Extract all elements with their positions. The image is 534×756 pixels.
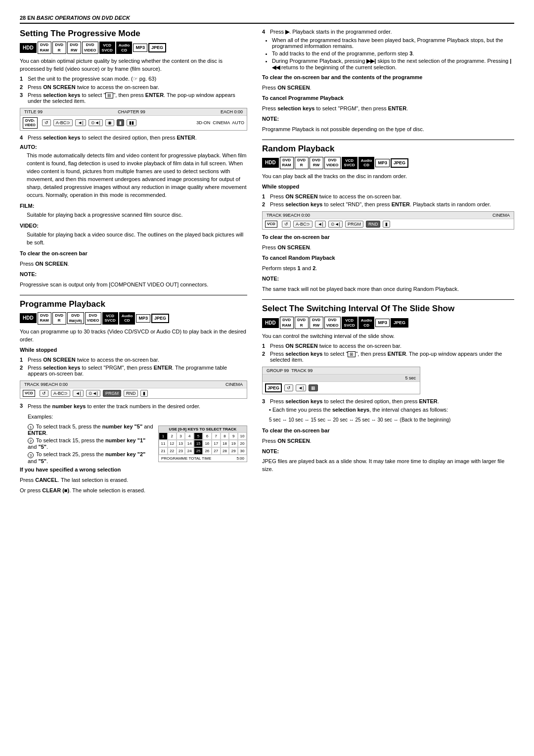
- badge-dvd-video: DVDVIDEO: [82, 42, 98, 54]
- pp-right-step-4: 4 Press ▶. Playback starts in the progra…: [262, 29, 514, 35]
- while-stopped-rnd: While stopped: [262, 183, 514, 191]
- badge-vcd-rnd: VCDSVCD: [342, 157, 357, 169]
- badge-mp3: MP3: [133, 44, 147, 52]
- clear-bar-label: To clear the on-screen bar: [20, 250, 247, 258]
- note-ss-label: NOTE:: [262, 448, 514, 456]
- badge-dvd-r: DVDR: [52, 42, 66, 54]
- programme-badges: HDD DVDRAM DVDR DVDRW(VR) DVDVIDEO VCDSV…: [20, 312, 247, 325]
- page-header: 28 EN BASIC OPERATIONS ON DVD DECK: [20, 15, 514, 24]
- video-text: Suitable for playing back a video source…: [27, 231, 247, 247]
- press-on-screen-rnd: Press ON SCREEN.: [262, 244, 514, 252]
- programme-playback-title: Programme Playback: [20, 299, 247, 309]
- osd-vcd-rnd-label: VCD: [265, 221, 277, 228]
- cancel-rnd-text: Perform steps 1 and 2.: [262, 265, 514, 273]
- note-pp-label: NOTE:: [262, 115, 514, 123]
- ss-interval: 5 sec ↔ 10 sec ↔ 15 sec ↔ 20 sec ↔ 25 se…: [269, 417, 514, 424]
- badge-jpeg-ss: JPEG: [391, 318, 408, 328]
- badge-dvd-rw-ss: DVDRW: [310, 317, 323, 329]
- ss-bullet: • Each time you press the selection keys…: [269, 406, 514, 414]
- press-on-screen: Press ON SCREEN.: [20, 260, 247, 268]
- badge-hdd-pp: HDD: [20, 313, 37, 323]
- jpeg-device-label: JPEG: [265, 383, 282, 392]
- video-label: VIDEO:: [20, 222, 247, 230]
- cancel-pp-text: Press selection keys to select "PRGM", t…: [262, 105, 514, 113]
- badge-dvd-r-pp: DVDR: [52, 312, 66, 325]
- note-rnd-label: NOTE:: [262, 275, 514, 283]
- programme-osd: TRACK 99 EACH 0:00 CINEMA VCD ↺ A-BC⊃ ◄|…: [20, 380, 247, 399]
- note-rnd-text: The same track will not be played back m…: [262, 285, 514, 293]
- lang-label: EN: [27, 15, 36, 21]
- badge-hdd-rnd: HDD: [262, 158, 279, 168]
- rnd-step-1: 1 Press ON SCREEN twice to access the on…: [262, 193, 514, 199]
- ss-step-2: 2 Press selection keys to select "⊞", th…: [262, 351, 514, 363]
- osd-device-label: DVD-VIDEO: [23, 117, 38, 128]
- badge-dvd-ram-pp: DVDRAM: [38, 312, 51, 325]
- grid-row-1: 1 2 3 4 5 6 7 8 9 10: [159, 432, 247, 440]
- badge-dvd-ram: DVDRAM: [38, 42, 51, 54]
- auto-text: This mode automatically detects film and…: [27, 152, 247, 199]
- badge-hdd: HDD: [20, 43, 37, 53]
- osd-bottom-row: DVD-VIDEO ↺ A-BC⊃ ◄| ⊙◄| ◉ ▮ ▮▮ 3D-ON CI…: [20, 116, 247, 130]
- badge-dvd-ram-rnd: DVDRAM: [280, 157, 294, 169]
- badge-audio-cd: AudioCD: [116, 42, 133, 54]
- badge-dvd-video-rnd: DVDVIDEO: [324, 157, 341, 169]
- grid-row-2: 11 12 13 14 15 16 17 18 19 20: [159, 440, 247, 447]
- badge-vcd-ss: VCDSVCD: [342, 317, 357, 329]
- if-wrong-label: If you have specified a wrong selection: [20, 466, 247, 474]
- badge-mp3-pp: MP3: [136, 314, 150, 323]
- programme-intro: You can programme up to 30 tracks (Video…: [20, 328, 247, 344]
- random-intro: You can play back all the tracks on the …: [262, 173, 514, 181]
- slideshow-title: Select The Switching Interval Of The Sli…: [262, 304, 514, 314]
- note-label-prog: NOTE:: [20, 271, 247, 279]
- step-1: 1 Set the unit to the progressive scan m…: [20, 76, 247, 82]
- progressive-mode-intro: You can obtain optimal picture quality b…: [20, 57, 247, 73]
- badge-hdd-ss: HDD: [262, 318, 279, 328]
- clear-bar-rnd: To clear the on-screen bar: [262, 234, 514, 241]
- pp-osd-bottom: VCD ↺ A-BC⊃ ◄| ⊙◄| PRGM RND ▮: [20, 388, 247, 399]
- random-badges: HDD DVDRAM DVDR DVDRW DVDVIDEO VCDSVCD A…: [262, 157, 514, 169]
- rnd-osd-bottom: VCD ↺ A-BC⊃ ◄| ⊙◄| PRGM RND ▮: [263, 219, 514, 230]
- badge-mp3-rnd: MP3: [375, 159, 390, 167]
- badge-dvd-ram-ss: DVDRAM: [280, 317, 294, 329]
- progressive-mode-badges: HDD DVDRAM DVDR DVDRW DVDVIDEO VCDSVCD A…: [20, 42, 247, 54]
- random-osd: TRACK 99 EACH 0:00 CINEMA VCD ↺ A-BC⊃ ◄|…: [262, 211, 514, 230]
- badge-audio-cd-pp: AudioCD: [119, 312, 135, 325]
- note-ss-text: JPEG files are played back as a slide sh…: [262, 458, 514, 473]
- osd-top-row: TITLE 99 CHAPTER 99 EACH 0:00: [20, 108, 247, 116]
- slideshow-badges: HDD DVDRAM DVDR DVDRW DVDVIDEO VCDSVCD A…: [262, 317, 514, 329]
- badge-jpeg-pp: JPEG: [151, 314, 169, 323]
- progressive-osd: TITLE 99 CHAPTER 99 EACH 0:00 DVD-VIDEO …: [20, 108, 247, 130]
- badge-dvd-r-rnd: DVDR: [295, 157, 309, 169]
- clear-programme-label: To clear the on-screen bar and the conte…: [262, 74, 514, 82]
- badge-dvd-r-ss: DVDR: [295, 317, 309, 329]
- clear-programme-text: Press ON SCREEN.: [262, 84, 514, 92]
- cancel-rnd-label: To cancel Random Playback: [262, 254, 514, 262]
- clear-bar-ss: To clear the on-screen bar: [262, 427, 514, 435]
- note-pp-text: Programme Playback is not possible depen…: [262, 126, 514, 134]
- film-text: Suitable for playing back a progressive …: [27, 211, 247, 219]
- progressive-mode-title: Setting The Progressive Mode: [20, 29, 247, 39]
- jpeg-osd-bottom: JPEG ↺ ◄| ▦: [263, 382, 420, 394]
- badge-vcd-pp: VCDSVCD: [102, 312, 118, 325]
- number-grid: USE [0-9] KEYS TO SELECT TRACK 1 2 3 4 5…: [158, 425, 247, 462]
- pp-step-1: 1 Press ON SCREEN twice to access the on…: [20, 357, 247, 363]
- badge-dvd-rwvr-pp: DVDRW(VR): [67, 312, 84, 324]
- badge-jpeg: JPEG: [148, 43, 166, 52]
- film-label: FILM:: [20, 202, 247, 210]
- pp-bullets: When all of the programmed tracks have b…: [272, 37, 514, 71]
- badge-jpeg-rnd: JPEG: [391, 158, 408, 168]
- slideshow-intro: You can control the switching interval o…: [262, 332, 514, 340]
- programme-right-content: 4 Press ▶. Playback starts in the progra…: [262, 29, 514, 134]
- pp-step-3: 3 Press the number keys to enter the tra…: [20, 403, 247, 464]
- rnd-osd-top: TRACK 99 EACH 0:00 CINEMA: [263, 212, 514, 219]
- jpeg-osd-top: GROUP 99 TRACK 99: [263, 367, 420, 375]
- osd-vcd-label: VCD: [23, 390, 35, 397]
- while-stopped-pp: While stopped: [20, 346, 247, 354]
- grid-row-3: 21 22 23 24 25 26 27 28 29 30: [159, 447, 247, 455]
- press-on-screen-ss: Press ON SCREEN.: [262, 437, 514, 445]
- rnd-step-2: 2 Press selection keys to select "RND", …: [262, 201, 514, 207]
- jpeg-osd: GROUP 99 TRACK 99 5 sec JPEG ↺ ◄| ▦: [262, 367, 420, 394]
- note-text-prog: Progressive scan is output only from [CO…: [20, 281, 247, 289]
- step-4: 4 Press selection keys to select the des…: [20, 135, 247, 141]
- badge-dvd-video-pp: DVDVIDEO: [85, 312, 101, 325]
